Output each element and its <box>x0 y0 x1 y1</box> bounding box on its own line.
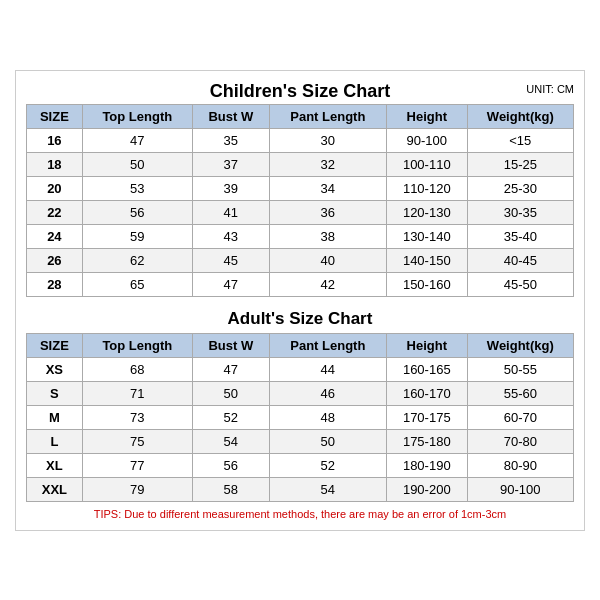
table-cell: 45-50 <box>467 272 573 296</box>
unit-label: UNIT: CM <box>526 83 574 95</box>
table-cell: 39 <box>192 176 269 200</box>
table-cell: 42 <box>269 272 386 296</box>
table-cell: 160-170 <box>386 381 467 405</box>
table-cell: 71 <box>82 381 192 405</box>
table-cell: 80-90 <box>467 453 573 477</box>
table-cell: 55-60 <box>467 381 573 405</box>
table-cell: 56 <box>192 453 269 477</box>
table-cell: 44 <box>269 357 386 381</box>
table-cell: 50 <box>269 429 386 453</box>
table-cell: 35 <box>192 128 269 152</box>
table-cell: 140-150 <box>386 248 467 272</box>
table-cell: 34 <box>269 176 386 200</box>
size-chart-container: Children's Size Chart UNIT: CM SIZE Top … <box>15 70 585 531</box>
table-cell: 36 <box>269 200 386 224</box>
children-header-pant-length: Pant Length <box>269 104 386 128</box>
table-cell: XS <box>27 357 83 381</box>
table-cell: 45 <box>192 248 269 272</box>
table-cell: 50 <box>82 152 192 176</box>
children-chart-title: Children's Size Chart UNIT: CM <box>26 81 574 102</box>
table-cell: 25-30 <box>467 176 573 200</box>
table-cell: 77 <box>82 453 192 477</box>
children-header-top-length: Top Length <box>82 104 192 128</box>
table-cell: L <box>27 429 83 453</box>
table-row: M735248170-17560-70 <box>27 405 574 429</box>
children-header-height: Height <box>386 104 467 128</box>
table-cell: 46 <box>269 381 386 405</box>
table-cell: 90-100 <box>386 128 467 152</box>
table-cell: 190-200 <box>386 477 467 501</box>
table-cell: XL <box>27 453 83 477</box>
table-cell: 52 <box>192 405 269 429</box>
children-header-row: SIZE Top Length Bust W Pant Length Heigh… <box>27 104 574 128</box>
table-row: 20533934110-12025-30 <box>27 176 574 200</box>
table-cell: 170-175 <box>386 405 467 429</box>
table-cell: 175-180 <box>386 429 467 453</box>
table-row: 1647353090-100<15 <box>27 128 574 152</box>
table-cell: 100-110 <box>386 152 467 176</box>
table-cell: 79 <box>82 477 192 501</box>
table-cell: 65 <box>82 272 192 296</box>
table-cell: 48 <box>269 405 386 429</box>
children-header-size: SIZE <box>27 104 83 128</box>
table-row: 24594338130-14035-40 <box>27 224 574 248</box>
table-cell: 56 <box>82 200 192 224</box>
table-cell: 52 <box>269 453 386 477</box>
table-cell: 35-40 <box>467 224 573 248</box>
table-cell: 120-130 <box>386 200 467 224</box>
table-cell: 24 <box>27 224 83 248</box>
table-cell: 43 <box>192 224 269 248</box>
table-cell: 47 <box>192 272 269 296</box>
adult-header-top-length: Top Length <box>82 333 192 357</box>
table-cell: 90-100 <box>467 477 573 501</box>
adult-size-table: SIZE Top Length Bust W Pant Length Heigh… <box>26 333 574 502</box>
table-row: XXL795854190-20090-100 <box>27 477 574 501</box>
table-cell: <15 <box>467 128 573 152</box>
adult-chart-title: Adult's Size Chart <box>26 303 574 333</box>
table-cell: 75 <box>82 429 192 453</box>
table-cell: 26 <box>27 248 83 272</box>
table-cell: 40-45 <box>467 248 573 272</box>
table-cell: 54 <box>192 429 269 453</box>
table-cell: 20 <box>27 176 83 200</box>
table-cell: 30 <box>269 128 386 152</box>
table-cell: 150-160 <box>386 272 467 296</box>
table-cell: 47 <box>192 357 269 381</box>
table-cell: 130-140 <box>386 224 467 248</box>
children-header-bust-w: Bust W <box>192 104 269 128</box>
table-cell: 37 <box>192 152 269 176</box>
table-cell: XXL <box>27 477 83 501</box>
table-cell: 47 <box>82 128 192 152</box>
table-cell: 54 <box>269 477 386 501</box>
table-cell: 30-35 <box>467 200 573 224</box>
table-cell: 22 <box>27 200 83 224</box>
table-row: 26624540140-15040-45 <box>27 248 574 272</box>
table-cell: 60-70 <box>467 405 573 429</box>
table-row: XL775652180-19080-90 <box>27 453 574 477</box>
table-cell: 58 <box>192 477 269 501</box>
table-row: 22564136120-13030-35 <box>27 200 574 224</box>
adult-header-pant-length: Pant Length <box>269 333 386 357</box>
table-cell: 41 <box>192 200 269 224</box>
table-cell: 16 <box>27 128 83 152</box>
table-cell: 18 <box>27 152 83 176</box>
table-cell: 28 <box>27 272 83 296</box>
table-row: 28654742150-16045-50 <box>27 272 574 296</box>
adult-header-weight: Weight(kg) <box>467 333 573 357</box>
children-header-weight: Weight(kg) <box>467 104 573 128</box>
adult-header-size: SIZE <box>27 333 83 357</box>
table-cell: 15-25 <box>467 152 573 176</box>
table-cell: 50-55 <box>467 357 573 381</box>
table-row: S715046160-17055-60 <box>27 381 574 405</box>
table-cell: 32 <box>269 152 386 176</box>
table-row: XS684744160-16550-55 <box>27 357 574 381</box>
table-cell: M <box>27 405 83 429</box>
table-cell: 110-120 <box>386 176 467 200</box>
table-cell: 38 <box>269 224 386 248</box>
table-cell: 59 <box>82 224 192 248</box>
table-cell: 68 <box>82 357 192 381</box>
tips-text: TIPS: Due to different measurement metho… <box>26 508 574 520</box>
table-cell: 40 <box>269 248 386 272</box>
table-row: L755450175-18070-80 <box>27 429 574 453</box>
table-cell: 50 <box>192 381 269 405</box>
